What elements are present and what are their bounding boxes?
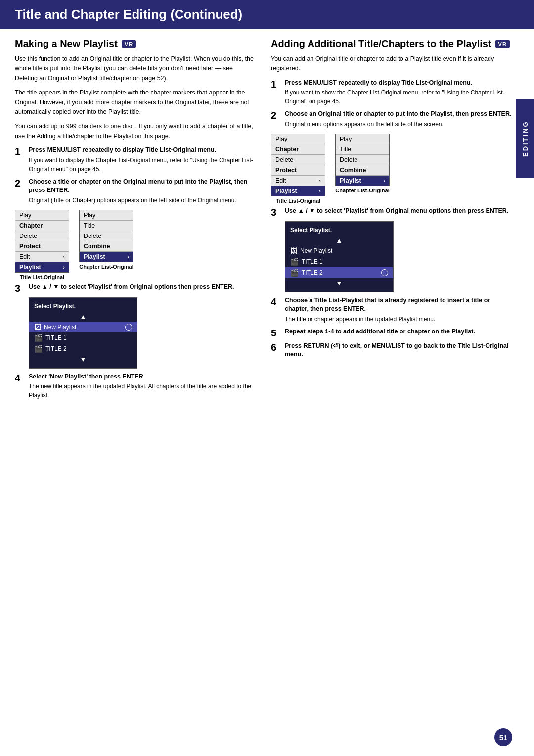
right-step-2-title: Choose an Original title or chapter to p… (285, 110, 512, 119)
left-dialog: Select Playlist. ▲ 🖼 New Playlist 🎬 TITL… (29, 297, 137, 369)
right-ch-menu-delete: Delete (336, 155, 389, 165)
right-chapter-menu-box: Play Title Delete Combine Playlist › (335, 134, 390, 186)
right-dialog-new-playlist-label: New Playlist (300, 247, 332, 254)
right-intro: You can add an Original title or chapter… (271, 54, 512, 74)
right-step-1-body: If you want to show the Chapter List-Ori… (285, 88, 512, 106)
left-menu-chapter: Chapter (15, 221, 69, 231)
left-menu-playlist: Playlist › (15, 262, 69, 272)
left-dialog-title1-label: TITLE 1 (45, 334, 67, 341)
right-menu-playlist: Playlist › (271, 186, 325, 196)
left-step-2-title: Choose a title or chapter on the Origina… (29, 178, 256, 195)
right-dialog-title1: 🎬 TITLE 1 (285, 256, 393, 267)
right-dialog-down: ▼ (285, 278, 393, 288)
left-ch-menu-delete: Delete (80, 231, 133, 241)
right-step-6: 6 Press RETURN (⏎) to exit, or MENU/LIST… (271, 342, 512, 359)
left-step-4-title: Select 'New Playlist' then press ENTER. (29, 373, 256, 381)
page-number: 51 (494, 728, 512, 746)
left-ch-menu-combine: Combine (80, 241, 133, 252)
right-title-caption: Title List-Original (271, 198, 325, 204)
right-menu-chapter: Chapter (271, 144, 325, 155)
left-menu-protect: Protect (15, 241, 69, 252)
two-col-layout: Making a New Playlist VR Use this functi… (15, 38, 512, 404)
left-title-caption: Title List-Original (15, 274, 69, 280)
right-step-5-title: Repeat steps 1-4 to add additional title… (285, 328, 512, 336)
right-step-6-title: Press RETURN (⏎) to exit, or MENU/LIST t… (285, 342, 512, 359)
left-menu-play: Play (15, 210, 69, 221)
right-dialog-up: ▲ (285, 236, 393, 245)
right-dialog-icon-1: 🖼 (290, 247, 297, 255)
right-dialog-title2-label: TITLE 2 (302, 269, 323, 276)
right-menus-row: Play Chapter Delete Protect Edit › Playl… (271, 134, 512, 204)
right-step-3: 3 Use ▲ / ▼ to select 'Playlist' from Or… (271, 207, 512, 217)
left-ch-menu-title: Title (80, 221, 133, 231)
left-dialog-new-playlist-label: New Playlist (44, 324, 76, 331)
right-step-4-body: The title or chapter appears in the upda… (285, 315, 512, 324)
right-step-4-title: Choose a Title List-Playlist that is alr… (285, 296, 512, 314)
right-dialog-title1-label: TITLE 1 (302, 258, 323, 265)
right-section-title: Adding Additional Title/Chapters to the … (271, 38, 512, 49)
left-menus-row: Play Chapter Delete Protect Edit › Playl… (15, 210, 256, 280)
right-title-menu: Play Chapter Delete Protect Edit › Playl… (271, 134, 325, 204)
right-dialog: Select Playlist. ▲ 🖼 New Playlist 🎬 TITL… (285, 221, 394, 292)
right-dialog-title: Select Playlist. (285, 226, 393, 236)
left-step-1: 1 Press MENU/LIST repeatedly to display … (15, 146, 256, 174)
left-dialog-up: ▲ (29, 312, 137, 322)
right-menu-edit: Edit › (271, 176, 325, 186)
left-section-title: Making a New Playlist VR (15, 38, 256, 49)
vr-badge-left: VR (122, 40, 136, 48)
left-column: Making a New Playlist VR Use this functi… (15, 38, 256, 404)
right-dialog-icon-2: 🎬 (290, 258, 299, 266)
left-ch-menu-playlist: Playlist › (80, 252, 133, 262)
right-dialog-icon-3: 🎬 (290, 269, 299, 277)
left-step-2-body: Original (Title or Chapter) options appe… (29, 196, 256, 205)
left-intro-3: You can add up to 999 chapters to one di… (15, 122, 256, 141)
left-dialog-new-playlist: 🖼 New Playlist (29, 322, 137, 332)
right-chapter-caption: Chapter List-Original (335, 188, 390, 193)
side-tab: EDITING (516, 99, 534, 178)
right-chapter-menu: Play Title Delete Combine Playlist › Cha… (335, 134, 390, 204)
right-step-2-body: Original menu options appears on the lef… (285, 120, 512, 129)
right-menu-protect: Protect (271, 165, 325, 176)
right-ch-menu-combine: Combine (336, 165, 389, 176)
right-step-1-title: Press MENU/LIST repeatedly to display Ti… (285, 79, 512, 88)
left-step-2: 2 Choose a title or chapter on the Origi… (15, 178, 256, 205)
left-dialog-circle-1 (125, 324, 132, 331)
left-dialog-title2: 🎬 TITLE 2 (29, 343, 137, 354)
left-chapter-menu: Play Title Delete Combine Playlist › Cha… (79, 210, 134, 280)
left-dialog-title2-label: TITLE 2 (45, 345, 67, 352)
left-dialog-icon-2: 🎬 (34, 334, 43, 342)
right-menu-play: Play (271, 134, 325, 144)
left-step-1-title: Press MENU/LIST repeatedly to display Ti… (29, 146, 256, 155)
right-ch-menu-play: Play (336, 134, 389, 144)
left-dialog-title: Select Playlist. (29, 302, 137, 312)
header-banner: Title and Chapter Editing (Continued) (0, 0, 534, 29)
left-title-menu: Play Chapter Delete Protect Edit › Playl… (15, 210, 69, 280)
right-step-3-title: Use ▲ / ▼ to select 'Playlist' from Orig… (285, 207, 512, 216)
left-step-1-body: If you want to display the Chapter List-… (29, 156, 256, 174)
right-step-2: 2 Choose an Original title or chapter to… (271, 110, 512, 129)
left-chapter-caption: Chapter List-Original (79, 264, 134, 270)
left-step-3: 3 Use ▲ / ▼ to select 'Playlist' from Or… (15, 283, 256, 293)
left-dialog-title1: 🎬 TITLE 1 (29, 332, 137, 343)
left-dialog-down: ▼ (29, 354, 137, 364)
left-intro-1: Use this function to add an Original tit… (15, 54, 256, 83)
header-title: Title and Chapter Editing (Continued) (15, 7, 242, 22)
left-intro-2: The title appears in the Playlist comple… (15, 88, 256, 117)
left-menu-edit: Edit › (15, 252, 69, 262)
right-dialog-new-playlist: 🖼 New Playlist (285, 245, 393, 256)
right-menu-delete: Delete (271, 155, 325, 165)
right-ch-menu-title: Title (336, 144, 389, 155)
right-title-menu-box: Play Chapter Delete Protect Edit › Playl… (271, 134, 325, 196)
right-dialog-circle (381, 269, 388, 276)
page-wrapper: Title and Chapter Editing (Continued) ED… (0, 0, 534, 756)
right-column: Adding Additional Title/Chapters to the … (271, 38, 512, 404)
left-step-4: 4 Select 'New Playlist' then press ENTER… (15, 373, 256, 400)
left-chapter-menu-box: Play Title Delete Combine Playlist › (79, 210, 134, 262)
right-step-5: 5 Repeat steps 1-4 to add additional tit… (271, 328, 512, 338)
left-step-3-title: Use ▲ / ▼ to select 'Playlist' from Orig… (29, 283, 256, 292)
left-dialog-icon-1: 🖼 (34, 323, 41, 331)
vr-badge-right: VR (495, 40, 510, 48)
right-dialog-title2: 🎬 TITLE 2 (285, 267, 393, 278)
left-step-4-body: The new title appears in the updated Pla… (29, 382, 256, 400)
content-area: Making a New Playlist VR Use this functi… (0, 38, 534, 419)
